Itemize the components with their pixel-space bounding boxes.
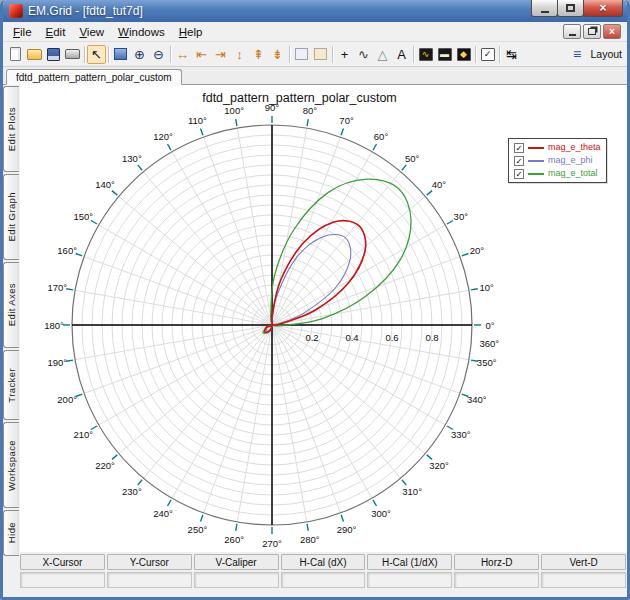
legend-item: ✓mag_e_total [514,168,601,179]
plot-style-bands-icon[interactable]: ▬ [435,45,454,64]
svg-text:100°: 100° [224,105,244,116]
svg-text:110°: 110° [188,115,207,126]
svg-text:250°: 250° [188,524,208,535]
new-document-glyph [10,47,21,61]
svg-text:40°: 40° [432,179,447,190]
close-button[interactable]: × [583,0,623,17]
svg-text:0.6: 0.6 [385,332,398,343]
layout-toggle-icon[interactable]: ≡ [567,45,586,64]
toolbar-right: ≡Layout [565,45,624,64]
layout-toggle-label: Layout [590,48,622,60]
shift-right-glyph: ⇥ [215,48,226,61]
legend-checkbox[interactable]: ✓ [514,169,524,179]
menu-help[interactable]: Help [172,24,210,40]
document-tab[interactable]: fdtd_pattern_pattern_polar_custom [6,69,182,85]
menu-windows[interactable]: Windows [111,24,172,40]
menu-file[interactable]: File [6,24,39,40]
expand-y-icon[interactable]: ↕ [230,45,249,64]
svg-text:150°: 150° [73,211,93,222]
svg-text:230°: 230° [122,486,142,497]
edit-curve-glyph: ∿ [358,48,369,61]
toolbar-separator [84,46,85,63]
refresh-plot-icon[interactable] [111,45,130,64]
svg-text:200°: 200° [57,394,77,405]
svg-text:120°: 120° [153,131,173,142]
polygon-tool-icon[interactable]: △ [373,45,392,64]
edit-curve-icon[interactable]: ∿ [354,45,373,64]
plot-area: fdtd_pattern_pattern_polar_custom 0°10°2… [20,85,627,552]
page-down-icon[interactable]: ⇟ [268,45,287,64]
select-cursor-glyph: ↖ [91,48,102,61]
svg-text:350°: 350° [477,357,497,368]
cursor-value-cell [367,572,452,588]
save-icon[interactable] [44,45,63,64]
side-tab-workspace[interactable]: Workspace [3,422,19,508]
close-icon: × [599,1,606,15]
toolbar-separator [289,46,290,63]
svg-text:320°: 320° [429,460,449,471]
toolbar: ↖⊕⊖↔⇤⇥↕⇞⇟+∿△A∿▬◆✓↹ ≡Layout [3,42,627,67]
cursor-readout-bar: X-CursorY-CursorV-CaliperH-Cal (dX)H-Cal… [20,554,626,588]
zoom-in-icon[interactable]: ⊕ [130,45,149,64]
expand-x-icon[interactable]: ↔ [173,45,192,64]
mdi-close-button[interactable]: × [603,24,621,39]
svg-text:20°: 20° [470,245,485,256]
side-tab-edit-plots[interactable]: Edit Plots [3,86,19,172]
title-bar[interactable]: EM.Grid - [fdtd_tut7d] × [3,0,627,22]
legend-line-sample [528,173,544,175]
menu-edit[interactable]: Edit [39,24,73,40]
refresh-plot-glyph [114,48,127,60]
svg-text:260°: 260° [224,534,244,545]
toggle-markers-icon[interactable]: ✓ [478,45,497,64]
menu-bar-items: FileEditViewWindowsHelp [6,24,209,40]
mdi-restore-button[interactable] [583,24,601,39]
side-tab-hide[interactable]: Hide [3,510,19,556]
plot-style-wave-icon[interactable]: ∿ [416,45,435,64]
svg-text:10°: 10° [480,282,495,293]
mdi-minimize-button[interactable] [563,24,581,39]
svg-text:180°: 180° [44,320,64,331]
new-document-icon[interactable] [6,45,25,64]
cursor-header-cell: H-Cal (dX) [281,554,366,570]
maximize-button[interactable] [557,0,584,17]
page-up-icon[interactable]: ⇞ [249,45,268,64]
shift-left-icon[interactable]: ⇤ [192,45,211,64]
svg-text:330°: 330° [451,429,471,440]
side-tab-label: Hide [6,522,17,543]
region-zoom-glyph [314,48,327,60]
select-cursor-icon[interactable]: ↖ [87,45,106,64]
side-tab-tracker[interactable]: Tracker [3,350,19,420]
svg-text:130°: 130° [122,153,142,164]
plot-style-diamond-icon[interactable]: ◆ [454,45,473,64]
side-tab-edit-axes[interactable]: Edit Axes [3,262,19,348]
svg-text:80°: 80° [303,105,318,116]
legend-checkbox[interactable]: ✓ [514,143,524,153]
print-icon[interactable] [63,45,82,64]
menu-view[interactable]: View [72,24,111,40]
open-file-icon[interactable] [25,45,44,64]
cursor-value-cell [20,572,105,588]
svg-text:280°: 280° [300,534,320,545]
legend-label: mag_e_total [548,168,598,179]
region-zoom-icon[interactable] [311,45,330,64]
polygon-tool-glyph: △ [378,48,388,61]
measure-horizontal-icon[interactable]: ↹ [502,45,521,64]
zoom-out-icon[interactable]: ⊖ [149,45,168,64]
legend-label: mag_e_theta [548,142,601,153]
svg-text:0°: 0° [485,320,494,331]
text-tool-icon[interactable]: A [392,45,411,64]
shift-right-icon[interactable]: ⇥ [211,45,230,64]
legend-checkbox[interactable]: ✓ [514,156,524,166]
side-tab-label: Edit Axes [6,283,17,326]
side-tab-edit-graph[interactable]: Edit Graph [3,174,19,260]
svg-text:0.4: 0.4 [345,332,358,343]
add-marker-icon[interactable]: + [335,45,354,64]
svg-text:0.8: 0.8 [425,332,438,343]
mdi-restore-icon [588,28,596,35]
app-window: EM.Grid - [fdtd_tut7d] × FileEditViewWin… [0,0,630,600]
region-select-icon[interactable] [292,45,311,64]
document-tab-bar: fdtd_pattern_pattern_polar_custom [3,67,627,85]
minimize-button[interactable] [531,0,558,17]
svg-text:270°: 270° [262,538,282,549]
legend: ✓mag_e_theta✓mag_e_phi✓mag_e_total [508,138,607,183]
